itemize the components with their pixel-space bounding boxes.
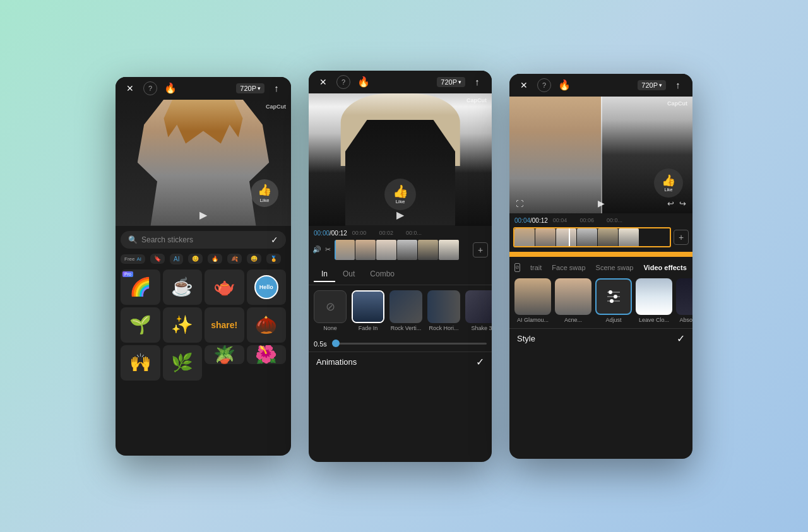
preview-bg-3: CapCut 👍 Like xyxy=(509,97,692,213)
sticker-grid-row3: 🙌 🌿 🪴 🌺 xyxy=(121,345,286,381)
export-icon[interactable]: ↑ xyxy=(270,81,283,95)
effect-name-none: None xyxy=(323,325,337,331)
style-footer: Style ✓ xyxy=(509,328,692,348)
track-frame-3e xyxy=(598,228,618,247)
sticker-extra3[interactable]: 🌺 xyxy=(247,345,287,364)
flame-icon-2: 🔥 xyxy=(357,75,371,89)
ve-thumb-leaveclo xyxy=(636,278,672,315)
cat-emoji[interactable]: 😊 xyxy=(188,254,203,264)
ruler-mark-3a: 00:04 xyxy=(553,217,567,223)
medal-icon: 🏅 xyxy=(270,256,277,262)
ve-effect-acne[interactable]: Acne... xyxy=(555,278,591,323)
play-button-1[interactable]: ▶ xyxy=(199,209,207,221)
help-icon-3[interactable]: ? xyxy=(537,78,551,92)
cut-icon-2: ✂ xyxy=(325,245,331,254)
effect-none[interactable]: ⊘ None xyxy=(314,290,347,331)
tab-out[interactable]: Out xyxy=(335,267,362,282)
preview-bg-2: CapCut 👍 Like xyxy=(309,93,492,226)
effect-thumb-fadein xyxy=(352,290,384,323)
ve-effect-aiglamour[interactable]: AI Glamou... xyxy=(514,278,551,323)
anim-effects: ⊘ None Fade In Rock Verti... R xyxy=(309,285,492,336)
ve-effect-adjust[interactable]: Adjust xyxy=(595,278,632,323)
like-sticker-1: 👍 Like xyxy=(251,179,278,207)
redo-btn[interactable]: ↪ xyxy=(679,199,686,208)
like-label-2: Like xyxy=(396,199,405,204)
ve-tab-trait[interactable]: trait xyxy=(526,262,545,273)
fullscreen-btn[interactable]: ⛶ xyxy=(516,199,523,208)
sticker-coffee[interactable]: ☕ xyxy=(163,269,203,305)
ve-effect-leaveclo[interactable]: Leave Clo... xyxy=(636,278,672,323)
sticker-plant[interactable]: 🌱 xyxy=(121,307,160,343)
ruler-mark-1: 00:00 xyxy=(352,230,367,236)
cat-medal[interactable]: 🏅 xyxy=(266,254,281,264)
help-icon[interactable]: ? xyxy=(143,81,157,95)
ve-visual-leaveclo xyxy=(636,278,672,315)
quality-badge-1[interactable]: 720P xyxy=(236,83,264,93)
sticker-categories: Free AI 🔖 AI 😊 🔥 🍂 😄 🏅 xyxy=(121,254,286,264)
ve-effect-absorbcl[interactable]: Absorb Cl... xyxy=(676,278,692,323)
add-clip-btn-3[interactable]: + xyxy=(674,230,689,245)
ruler-mark-2: 00:02 xyxy=(379,230,393,236)
close-icon-3[interactable]: ✕ xyxy=(517,78,531,92)
sticker-teapot[interactable]: 🫖 xyxy=(205,269,244,305)
close-icon[interactable]: ✕ xyxy=(123,81,137,95)
quality-badge-2[interactable]: 720P xyxy=(437,77,465,87)
undo-btn[interactable]: ↩ xyxy=(667,199,674,208)
effect-shake3[interactable]: Shake 3 xyxy=(465,290,492,331)
effect-thumb-rockv xyxy=(389,290,422,323)
effect-name-shake3: Shake 3 xyxy=(471,325,492,331)
play-button-3[interactable]: ▶ xyxy=(598,198,605,208)
cat-ai[interactable]: AI xyxy=(170,254,183,264)
bookmark-icon: 🔖 xyxy=(154,256,161,262)
help-icon-2[interactable]: ? xyxy=(336,75,350,89)
sticker-hands[interactable]: 🙌 xyxy=(121,345,160,381)
close-icon-2[interactable]: ✕ xyxy=(316,75,330,89)
anim-footer: Animations ✓ xyxy=(309,352,492,372)
check-icon-3[interactable]: ✓ xyxy=(677,333,685,345)
time-ruler-2: 00:00/00:12 00:00 00:02 00:0... xyxy=(309,228,492,238)
check-icon-2[interactable]: ✓ xyxy=(476,356,484,368)
effect-rock-hori[interactable]: Rock Hori... xyxy=(427,290,460,331)
screen-1: ✕ ? 🔥 720P ↑ CapCut 👍 Like xyxy=(116,77,291,456)
effect-name-rockh: Rock Hori... xyxy=(429,325,458,331)
ve-tab-videoeffects[interactable]: Video effects xyxy=(639,262,690,273)
cat-leaf[interactable]: 🍂 xyxy=(227,254,242,264)
play-button-2[interactable]: ▶ xyxy=(396,209,404,221)
sticker-extra2[interactable]: 🪴 xyxy=(205,345,244,364)
search-bar[interactable]: 🔍 Search stickers ✓ xyxy=(121,231,286,249)
watermark-2: CapCut xyxy=(466,97,487,103)
quality-badge-3[interactable]: 720P xyxy=(638,80,666,90)
cat-smile[interactable]: 😄 xyxy=(247,254,261,264)
slider-thumb[interactable] xyxy=(332,340,340,347)
cat-bookmark[interactable]: 🔖 xyxy=(150,254,165,264)
export-icon-2[interactable]: ↑ xyxy=(470,75,484,89)
ruler-mark-3: 00:0... xyxy=(406,230,422,236)
topbar-right-3: 720P ↑ xyxy=(638,78,685,92)
sticker-stars[interactable]: ✨ xyxy=(163,307,203,343)
sticker-extra1[interactable]: 🌿 xyxy=(163,345,203,381)
check-icon-1[interactable]: ✓ xyxy=(271,235,278,245)
ve-tabs: ⊘ trait Face swap Scene swap Video effec… xyxy=(509,257,692,276)
effect-rock-verti[interactable]: Rock Verti... xyxy=(389,290,422,331)
tab-in[interactable]: In xyxy=(314,267,335,282)
topbar-left-3: ✕ ? 🔥 xyxy=(517,78,571,92)
sticker-acorn[interactable]: 🌰 xyxy=(247,307,287,343)
sticker-hello[interactable]: Hello xyxy=(247,269,287,305)
export-icon-3[interactable]: ↑ xyxy=(671,78,685,92)
duration-slider[interactable] xyxy=(332,343,487,345)
cat-free-ai[interactable]: Free AI xyxy=(121,254,145,264)
screens-container: ✕ ? 🔥 720P ↑ CapCut 👍 Like xyxy=(116,71,692,462)
effect-fade-in[interactable]: Fade In xyxy=(352,290,384,331)
flame-icon-3: 🔥 xyxy=(557,78,571,92)
preview-left-3 xyxy=(509,97,601,213)
sticker-rainbow[interactable]: Pro 🌈 xyxy=(121,269,160,305)
sticker-share[interactable]: share! xyxy=(205,307,244,343)
track-thumbnails-2 xyxy=(335,240,470,260)
leaf-icon: 🍂 xyxy=(231,256,238,262)
ve-tab-sceneswap[interactable]: Scene swap xyxy=(592,262,638,273)
add-clip-btn[interactable]: + xyxy=(473,242,488,257)
ve-tab-faceswap[interactable]: Face swap xyxy=(548,262,589,273)
ve-thumb-absorbcl xyxy=(676,278,692,315)
tab-combo[interactable]: Combo xyxy=(362,267,402,282)
cat-fire[interactable]: 🔥 xyxy=(208,254,222,264)
